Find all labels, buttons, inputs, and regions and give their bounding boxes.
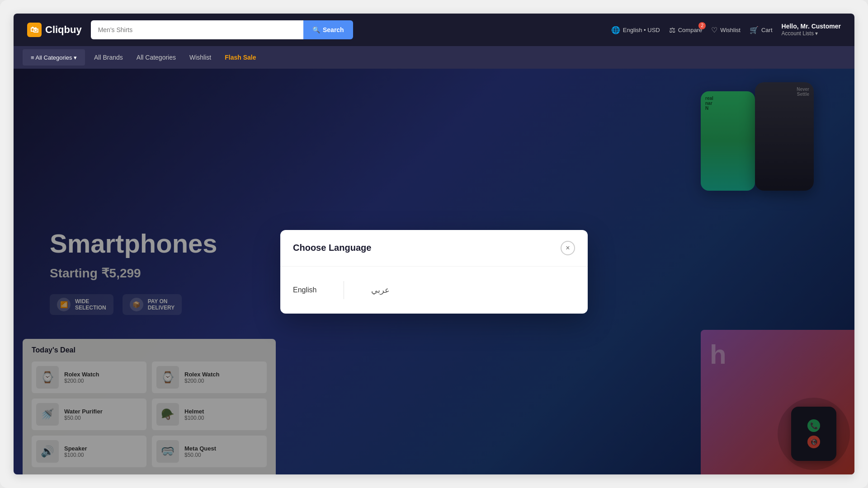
- all-categories-button[interactable]: ≡ All Categories ▾: [23, 49, 85, 66]
- modal-overlay[interactable]: Choose Language × English عربي: [14, 69, 854, 474]
- heart-icon: ♡: [711, 26, 717, 34]
- cart-icon: 🛒: [750, 26, 759, 34]
- search-input[interactable]: [91, 20, 303, 39]
- site-header: 🛍 Cliqbuy 🔍 Search 🌐 English • USD ⚖ Com…: [14, 14, 854, 46]
- nav-item-flash-sale[interactable]: Flash Sale: [225, 54, 256, 61]
- logo-icon: 🛍: [27, 23, 42, 37]
- search-icon: 🔍: [312, 26, 320, 33]
- search-button[interactable]: 🔍 Search: [303, 20, 353, 39]
- logo-text: Cliqbuy: [45, 24, 82, 36]
- compare-icon: ⚖: [669, 26, 675, 34]
- compare-action[interactable]: ⚖ Compare 2: [669, 26, 702, 34]
- cart-label: Cart: [761, 27, 773, 33]
- language-option-arabic[interactable]: عربي: [371, 282, 390, 299]
- nav-items: All Brands All Categories Wishlist Flash…: [94, 54, 256, 61]
- modal-body: English عربي: [280, 267, 588, 314]
- logo[interactable]: 🛍 Cliqbuy: [27, 23, 82, 37]
- search-bar: 🔍 Search: [91, 20, 353, 39]
- nav-item-all-brands[interactable]: All Brands: [94, 54, 123, 61]
- choose-language-modal: Choose Language × English عربي: [280, 230, 588, 314]
- account-lists-label: Account Lists ▾: [782, 30, 841, 38]
- globe-icon: 🌐: [611, 26, 620, 34]
- language-option-english[interactable]: English: [293, 282, 316, 298]
- categories-btn-label: ≡ All Categories ▾: [31, 54, 77, 61]
- navbar: ≡ All Categories ▾ All Brands All Catego…: [14, 46, 854, 69]
- modal-header: Choose Language ×: [280, 230, 588, 267]
- user-greeting: Hello, Mr. Customer: [782, 22, 841, 30]
- nav-item-all-categories[interactable]: All Categories: [137, 54, 176, 61]
- user-info[interactable]: Hello, Mr. Customer Account Lists ▾: [782, 22, 841, 38]
- modal-close-button[interactable]: ×: [561, 241, 575, 255]
- search-button-label: Search: [323, 26, 344, 33]
- modal-title: Choose Language: [293, 243, 371, 253]
- main-content: Smartphones Starting ₹5,299 📶 WIDE SELEC…: [14, 69, 854, 474]
- compare-badge: 2: [698, 22, 706, 29]
- wishlist-label: Wishlist: [720, 27, 741, 33]
- close-icon: ×: [566, 244, 570, 252]
- cart-action[interactable]: 🛒 Cart: [750, 26, 773, 34]
- nav-item-wishlist[interactable]: Wishlist: [189, 54, 211, 61]
- header-actions: 🌐 English • USD ⚖ Compare 2 ♡ Wishlist 🛒…: [611, 22, 841, 38]
- language-divider: [344, 281, 344, 299]
- language-label: English • USD: [623, 27, 660, 33]
- language-selector[interactable]: 🌐 English • USD: [611, 26, 660, 34]
- wishlist-action[interactable]: ♡ Wishlist: [711, 26, 741, 34]
